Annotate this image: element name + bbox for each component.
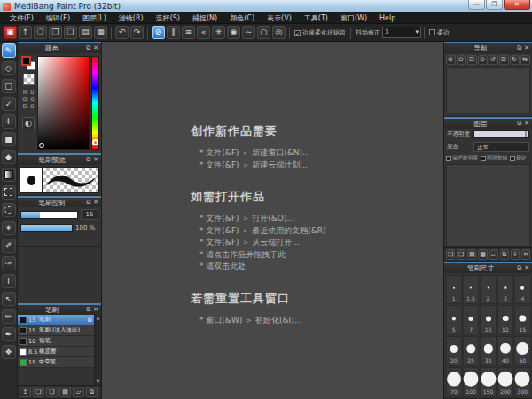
foreground-color-swatch[interactable] — [21, 56, 31, 66]
brush-settings-gear-icon[interactable]: ⊛ — [87, 317, 92, 324]
checkbox-icon[interactable] — [481, 156, 486, 161]
stabilizer-select[interactable]: 3▾ — [382, 27, 421, 38]
layer-opacity-slider[interactable] — [473, 130, 529, 138]
tiles-icon[interactable]: ▦ — [94, 26, 107, 39]
layer-list[interactable] — [446, 164, 530, 247]
rotate-left-icon[interactable]: ↺ — [489, 55, 498, 65]
brush-size-cell[interactable]: 5 — [446, 305, 462, 335]
bucket-tool[interactable]: ◆ — [2, 150, 16, 164]
upload-brush-icon[interactable]: ↥ — [20, 387, 31, 397]
close-icon[interactable]: ✕ — [524, 263, 529, 273]
brush-size-cell[interactable]: 4 — [514, 275, 530, 305]
snap-horizontal-icon[interactable]: ≡ — [182, 26, 195, 39]
snap-off-icon[interactable]: ⊘ — [152, 26, 165, 39]
marquee-tool[interactable]: □ — [2, 79, 16, 93]
zoom-out-icon[interactable]: ⊖ — [457, 55, 466, 65]
lasso-tool[interactable] — [2, 203, 16, 217]
canvas-area[interactable]: 创作新作品需要* 文件(&F) ＞ 新建窗口(&N)...* 文件(&F) ＞ … — [102, 42, 443, 399]
new-layer-icon[interactable]: ❏ — [446, 249, 455, 260]
brush-size-cell[interactable]: 70 — [446, 367, 462, 397]
brush-opacity-slider[interactable] — [20, 224, 73, 232]
menu-item-2[interactable]: 图层(L) — [76, 12, 113, 24]
soft-edge-checkbox[interactable]: 柔边 — [429, 28, 450, 37]
brush-folder-icon[interactable]: ▱ — [73, 387, 84, 397]
snap-vanishing-icon[interactable]: « — [197, 26, 210, 39]
menu-item-10[interactable]: Help — [373, 12, 402, 24]
snap-curve-icon[interactable]: ∼ — [242, 26, 255, 39]
brush-list-item[interactable]: 15中空笔 — [18, 357, 94, 368]
palette-icon[interactable]: ◐ — [22, 117, 35, 129]
operation-tool[interactable]: ↖ — [2, 292, 16, 306]
maximize-button[interactable]: ❐ — [486, 0, 503, 10]
hue-marker[interactable] — [92, 139, 98, 145]
popout-icon[interactable]: ⧉ — [517, 119, 521, 129]
brush-size-slider[interactable] — [20, 211, 78, 219]
select-pen-tool[interactable]: ✐ — [2, 239, 16, 253]
dot-pen-tool[interactable]: ◇ — [2, 61, 16, 75]
snap-parallel-icon[interactable]: ∥ — [167, 26, 180, 39]
brush-size-cell[interactable]: 10 — [480, 305, 496, 335]
undo-icon[interactable]: ↶ — [115, 26, 129, 39]
close-icon[interactable]: ✕ — [93, 155, 98, 165]
flip-icon[interactable]: ⇆ — [520, 55, 530, 65]
reset-rotation-icon[interactable]: ⊞ — [499, 55, 509, 65]
titlebar[interactable]: MediBang Paint Pro (32bit) — ❐ ✕ — [0, 0, 532, 12]
popout-icon[interactable]: ⧉ — [517, 43, 521, 53]
layer-folder-icon[interactable]: ▱ — [489, 249, 498, 260]
comment-icon[interactable]: ❍ — [34, 26, 47, 39]
brush-list-item[interactable]: 10铅笔 — [18, 336, 94, 347]
brush-size-cell[interactable]: 25 — [463, 336, 479, 366]
hue-slider[interactable] — [91, 56, 99, 150]
snap-cross-icon[interactable]: ✳ — [212, 26, 225, 39]
fit-view-icon[interactable]: ⊡ — [467, 55, 477, 65]
scroll-up-icon[interactable]: ▲ — [97, 315, 100, 321]
pages-icon[interactable]: ▤ — [79, 26, 92, 39]
soft-edge-check-icon[interactable] — [429, 29, 435, 35]
brush-size-cell[interactable]: 50 — [514, 336, 530, 366]
brush-size-value[interactable]: 15 — [81, 209, 98, 220]
sv-marker[interactable] — [39, 143, 44, 148]
brush-size-cell[interactable]: 1 — [446, 275, 462, 305]
popout-icon[interactable]: ⧉ — [517, 263, 521, 273]
redo-icon[interactable]: ↷ — [130, 26, 144, 39]
brush-tool[interactable]: ✎ — [2, 43, 16, 58]
close-icon[interactable]: ✕ — [524, 119, 529, 129]
hand-tool[interactable]: ❖ — [2, 345, 16, 359]
checkbox-icon[interactable] — [510, 156, 515, 161]
brush-list-scrollbar[interactable]: ▲ ▼ — [94, 315, 101, 385]
new-halftone-layer-icon[interactable]: ▩ — [478, 249, 487, 260]
pen-tool[interactable]: ✏ — [2, 309, 16, 324]
snap-circle-icon[interactable]: ○ — [257, 26, 270, 39]
brush-size-cell[interactable]: 2 — [480, 275, 496, 305]
magic-wand-tool[interactable]: ✶ — [2, 221, 16, 235]
transparent-color-button[interactable] — [23, 74, 35, 85]
zoom-in-icon[interactable]: ⊕ — [446, 55, 456, 65]
menu-item-1[interactable]: 编辑(E) — [40, 12, 76, 24]
brush-size-cell[interactable]: 12 — [497, 305, 513, 335]
add-brush-menu-icon[interactable]: ❑ — [46, 387, 58, 397]
brush-size-cell[interactable]: 3 — [497, 275, 513, 305]
brush-size-cell[interactable]: 40 — [497, 336, 513, 366]
brush-size-cell[interactable]: 15 — [514, 305, 530, 335]
brush-list-item[interactable]: 15笔刷 (淡入淡出) — [18, 325, 94, 336]
duplicate-layer-icon[interactable]: ⧉ — [500, 249, 509, 260]
blend-mode-select[interactable]: 正常 — [473, 142, 529, 152]
actual-size-icon[interactable]: ⊙ — [478, 55, 488, 65]
snap-radial-icon[interactable]: ◎ — [272, 26, 286, 39]
fill-rect-tool[interactable]: ■ — [2, 132, 16, 146]
brush-size-cell[interactable]: 7 — [463, 305, 479, 335]
layer-checkbox-1[interactable]: 图层剪辑 — [481, 154, 507, 162]
move-tool[interactable]: ✛ — [2, 114, 16, 129]
snap-ellipse-icon[interactable]: ◉ — [227, 26, 240, 39]
close-icon[interactable]: ✕ — [524, 43, 529, 53]
checkbox-icon[interactable] — [446, 156, 451, 161]
brush-size-cell[interactable]: 20 — [446, 336, 462, 366]
save-icon[interactable]: ▣ — [4, 26, 17, 39]
merge-layer-icon[interactable]: ⇩ — [511, 249, 520, 260]
brush-list-item[interactable]: 15笔刷⊛ — [18, 315, 94, 325]
brush-list-item[interactable]: 8.5橡皮擦 — [18, 347, 94, 357]
menu-item-3[interactable]: 滤镜(R) — [113, 12, 150, 24]
layer-checkbox-0[interactable]: 保护透明度 — [446, 154, 478, 162]
rotate-right-icon[interactable]: ↻ — [510, 55, 520, 65]
menu-item-7[interactable]: 表示(V) — [261, 12, 298, 24]
